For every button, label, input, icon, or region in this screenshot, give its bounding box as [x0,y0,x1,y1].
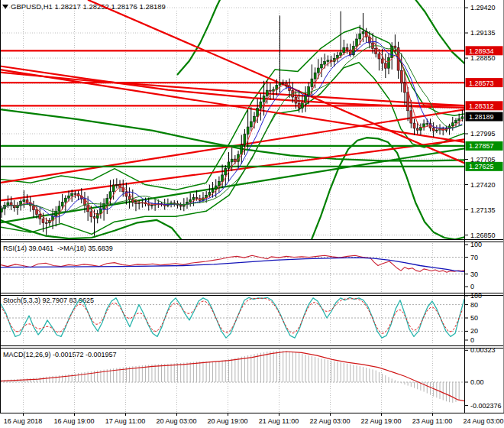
time-axis-label: 24 Aug 03:00 [463,417,503,425]
green-long-ma [0,109,504,160]
candle-body [36,210,38,215]
candle-body [131,199,134,203]
candle-body [426,124,428,125]
macd-tick-label: -0.002376 [470,402,502,410]
candle-body [195,197,198,199]
candle-body [279,83,281,85]
candle-body [7,203,9,206]
candle-body [260,102,262,109]
candle-body [324,62,326,65]
candle-body [257,109,259,117]
candle-body [343,47,345,52]
candle-body [381,59,383,63]
candle-body [106,199,108,204]
candle-body [138,203,141,204]
candle-body [384,63,386,68]
main-chart-plot[interactable] [0,0,504,266]
mt4-chart-window: { "window": { "symbol_label": "GBPUSD,H1… [0,0,504,428]
candle-body [115,185,118,186]
candle-body [234,159,236,161]
rsi-tick-label: 30 [470,271,478,278]
price-badge-label: 1.27625 [469,163,494,170]
bollinger-outer-upper-band-left [177,0,223,75]
candles-layer[interactable] [1,11,464,236]
time-axis-label: 16 Aug 2018 [4,417,43,425]
price-badge-label: 1.27857 [469,142,494,150]
fast-ma-line [2,46,462,212]
candle-body [451,123,454,126]
candle-body [314,73,316,79]
stoch-tick-label: 20 [470,327,478,335]
price-tick-label: 1.27420 [470,181,496,189]
candle-body [416,128,418,130]
price-tick-label: 1.27135 [470,206,496,214]
candle-body [359,34,361,39]
price-badge-label: 1.28312 [469,102,494,110]
candle-body [346,47,348,50]
candle-body [134,203,137,204]
candle-body [308,87,310,96]
candle-body [247,127,249,135]
candle-body [317,68,319,73]
time-axis-label: 21 Aug 11:00 [259,417,299,425]
candle-body [266,90,268,96]
candle-body [215,186,217,190]
stoch-tick-label: 50 [470,314,478,322]
candle-body [410,111,412,123]
candle-body [228,162,230,168]
candle-body [403,83,405,92]
candle-body [58,206,60,211]
candle-body [32,206,34,210]
candle-body [10,203,12,205]
macd-signal-line [0,352,467,401]
candle-body [400,70,402,83]
time-axis-label: 20 Aug 19:00 [207,417,247,425]
candle-body [218,181,220,186]
candle-body [90,212,92,217]
time-axis-label: 22 Aug 03:00 [309,417,350,425]
candle-body [212,190,214,193]
candle-body [189,199,192,202]
time-axis-label: 20 Aug 03:00 [156,417,196,425]
candle-body [327,60,329,62]
candle-body [387,58,389,69]
candle-body [375,48,377,54]
bollinger-outer-upper-band-right [411,0,504,82]
red-ascending-trendline-1 [0,103,504,183]
candle-body [454,121,457,123]
candle-body [458,118,460,120]
candle-body [340,53,342,55]
price-tick-label: 1.29135 [470,29,496,37]
macd-panel-plot[interactable] [0,351,467,403]
price-badge-label: 1.28189 [469,113,494,121]
candle-body [179,205,182,206]
candle-body [301,103,303,109]
candle-body [269,90,271,91]
candle-body [356,39,358,47]
price-tick-label: 1.27995 [470,130,496,138]
candle-body [378,54,380,59]
candle-body [61,203,63,206]
time-axis-label: 16 Aug 19:00 [53,417,94,425]
candle-body [407,92,409,111]
candle-body [298,103,300,108]
green-ascending-trendline [0,142,504,222]
candle-body [282,83,284,83]
candle-body [225,168,227,174]
candle-body [87,206,89,212]
candle-body [394,46,396,47]
candle-body [64,198,66,202]
candle-body [263,96,265,102]
candle-body [419,127,422,130]
candle-body [391,46,393,57]
candle-body [93,217,95,219]
candle-body [71,193,73,196]
price-badge-label: 1.28573 [469,79,494,87]
candle-body [362,32,364,34]
time-axis-label: 23 Aug 11:00 [412,417,452,425]
candle-body [112,185,115,192]
chart-canvas[interactable]: 1.294201.291351.288501.279951.277051.274… [0,0,504,428]
time-axis-label: 22 Aug 19:00 [360,417,401,425]
rsi-panel-plot[interactable] [0,255,464,272]
price-tick-label: 1.26850 [470,232,496,239]
